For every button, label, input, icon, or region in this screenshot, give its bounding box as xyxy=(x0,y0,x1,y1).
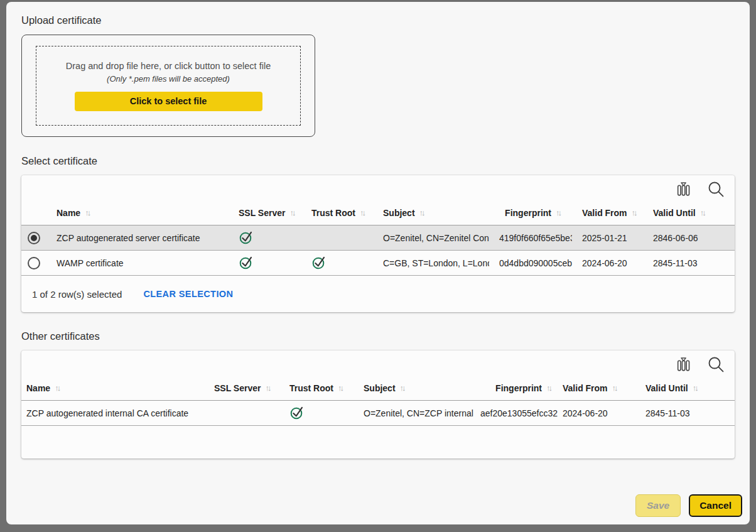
sort-arrows-icon[interactable]: ↑↓ xyxy=(400,383,406,393)
column-header-ssl-server[interactable]: SSL Server↑↓ xyxy=(209,383,284,393)
upload-dropzone[interactable]: Drag and drop file here, or click button… xyxy=(36,46,301,126)
view-columns-icon[interactable] xyxy=(675,181,692,198)
column-header-name[interactable]: Name↑↓ xyxy=(46,208,229,218)
cell-trust-root xyxy=(284,405,359,421)
dropzone-hint: (Only *.pem files will be accepted) xyxy=(107,74,230,84)
upload-dropzone-outer: Drag and drop file here, or click button… xyxy=(21,35,315,137)
sort-arrows-icon[interactable]: ↑↓ xyxy=(338,383,344,393)
search-icon[interactable] xyxy=(707,180,725,198)
sort-arrows-icon[interactable]: ↑↓ xyxy=(289,208,296,217)
cell-subject: C=GB, ST=London, L=Londo xyxy=(373,258,489,268)
sort-arrows-icon[interactable]: ↑↓ xyxy=(612,383,618,393)
table-row-wamp-certificate[interactable]: WAMP certificate C=GB, ST=London, xyxy=(21,251,735,276)
other-certificates-table: Name↑↓ SSL Server↑↓ Trust Root↑↓ Subject… xyxy=(21,350,735,459)
cell-fingerprint: aef20e13055efcc327 xyxy=(475,408,558,418)
cell-valid-from: 2025-01-21 xyxy=(572,233,643,243)
radio-selected[interactable] xyxy=(28,232,40,244)
sort-arrows-icon[interactable]: ↑↓ xyxy=(419,208,426,217)
column-header-fingerprint[interactable]: Fingerprint↑↓ xyxy=(475,383,558,393)
sort-arrows-icon[interactable]: ↑↓ xyxy=(265,383,271,393)
search-icon[interactable] xyxy=(707,356,725,373)
cell-fingerprint: 0d4dbd090005ceb2 xyxy=(489,258,572,268)
cell-valid-from: 2024-06-20 xyxy=(558,408,640,418)
column-header-valid-until[interactable]: Valid Until↑↓ xyxy=(640,383,735,393)
column-header-ssl-server[interactable]: SSL Server↑↓ xyxy=(229,208,301,218)
cell-subject: O=Zenitel, CN=Zenitel Conne xyxy=(373,233,489,243)
sort-arrows-icon[interactable]: ↑↓ xyxy=(85,208,91,217)
column-header-subject[interactable]: Subject↑↓ xyxy=(373,208,489,218)
select-table-toolbar xyxy=(21,175,735,200)
cell-trust-root xyxy=(301,255,373,271)
column-header-name[interactable]: Name↑↓ xyxy=(21,383,209,393)
sort-arrows-icon[interactable]: ↑↓ xyxy=(546,383,553,393)
save-button: Save xyxy=(635,494,681,517)
clear-selection-button[interactable]: CLEAR SELECTION xyxy=(143,289,233,299)
column-header-valid-until[interactable]: Valid Until↑↓ xyxy=(643,208,735,218)
table-row-zcp-server-certificate[interactable]: ZCP autogenerated server certificate O=Z… xyxy=(21,225,735,251)
upload-certificate-dialog: Upload certificate Drag and drop file he… xyxy=(6,2,750,524)
sort-arrows-icon[interactable]: ↑↓ xyxy=(693,383,699,393)
view-columns-icon[interactable] xyxy=(675,356,692,373)
check-circle-icon xyxy=(289,411,305,421)
cell-valid-from: 2024-06-20 xyxy=(572,258,643,268)
column-header-subject[interactable]: Subject↑↓ xyxy=(359,383,475,393)
sort-arrows-icon[interactable]: ↑↓ xyxy=(556,208,562,217)
column-header-fingerprint[interactable]: Fingerprint↑↓ xyxy=(489,208,572,218)
table-row-zcp-internal-ca-certificate[interactable]: ZCP autogenerated internal CA certificat… xyxy=(21,401,735,426)
radio-unselected[interactable] xyxy=(28,257,40,269)
cell-valid-until: 2846-06-06 xyxy=(643,233,735,243)
column-header-valid-from[interactable]: Valid From↑↓ xyxy=(572,208,643,218)
cell-valid-until: 2845-11-03 xyxy=(640,408,735,418)
select-file-button[interactable]: Click to select file xyxy=(75,92,262,111)
select-section-title: Select certificate xyxy=(21,155,735,167)
cell-ssl-server xyxy=(229,230,301,246)
dropzone-instruction: Drag and drop file here, or click button… xyxy=(66,61,271,71)
select-certificate-table: Name↑↓ SSL Server↑↓ Trust Root↑↓ Subject… xyxy=(21,175,735,312)
cell-subject: O=Zenitel, CN=ZCP internal C xyxy=(359,408,475,418)
other-section-title: Other certificates xyxy=(21,330,735,342)
cell-ssl-server xyxy=(229,255,301,271)
cell-name: ZCP autogenerated server certificate xyxy=(46,233,229,243)
cell-fingerprint: 419f0f660f65e5be3 xyxy=(489,233,572,243)
other-table-toolbar xyxy=(21,350,735,376)
sort-arrows-icon[interactable]: ↑↓ xyxy=(360,208,366,217)
sort-arrows-icon[interactable]: ↑↓ xyxy=(700,208,706,217)
check-circle-icon xyxy=(239,236,254,246)
cell-valid-until: 2845-11-03 xyxy=(643,258,735,268)
column-header-trust-root[interactable]: Trust Root↑↓ xyxy=(284,383,359,393)
dialog-actions: Save Cancel xyxy=(21,494,742,519)
upload-section-title: Upload certificate xyxy=(21,14,735,26)
column-header-trust-root[interactable]: Trust Root↑↓ xyxy=(301,208,373,218)
check-circle-icon xyxy=(239,261,254,271)
select-table-footer: 1 of 2 row(s) selected CLEAR SELECTION xyxy=(21,276,735,312)
cell-name: WAMP certificate xyxy=(46,258,229,268)
cancel-button[interactable]: Cancel xyxy=(689,494,742,517)
select-table-header: Name↑↓ SSL Server↑↓ Trust Root↑↓ Subject… xyxy=(21,200,735,225)
cell-name: ZCP autogenerated internal CA certificat… xyxy=(21,408,209,418)
sort-arrows-icon[interactable]: ↑↓ xyxy=(55,383,61,393)
selection-count-text: 1 of 2 row(s) selected xyxy=(32,289,122,300)
column-header-valid-from[interactable]: Valid From↑↓ xyxy=(558,383,640,393)
check-circle-icon xyxy=(311,261,327,271)
other-table-header: Name↑↓ SSL Server↑↓ Trust Root↑↓ Subject… xyxy=(21,376,735,401)
sort-arrows-icon[interactable]: ↑↓ xyxy=(632,208,638,217)
